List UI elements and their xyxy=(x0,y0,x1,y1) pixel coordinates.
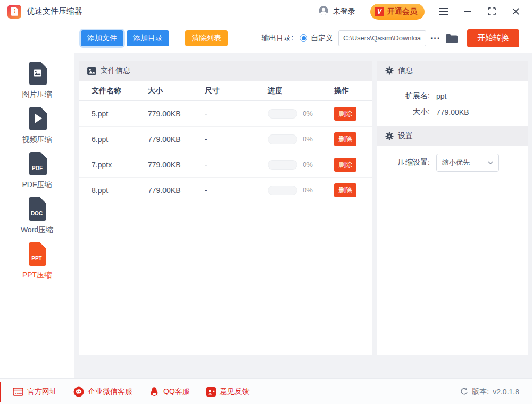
compress-setting-select[interactable]: 缩小优先 xyxy=(436,154,499,172)
settings-body: 压缩设置: 缩小优先 xyxy=(377,146,528,171)
vip-button-label: 开通会员 xyxy=(387,7,417,16)
chevron-down-icon xyxy=(488,161,493,164)
custom-radio-label: 自定义 xyxy=(311,33,333,43)
sidebar-item-image-compress[interactable]: 图片压缩 xyxy=(22,61,52,99)
progress-bar xyxy=(268,109,297,119)
file-dimension: - xyxy=(205,161,268,169)
website-icon: .com xyxy=(13,388,23,396)
col-action: 操作 xyxy=(334,86,364,96)
delete-button[interactable]: 删除 xyxy=(334,158,356,172)
delete-button[interactable]: 删除 xyxy=(334,183,356,197)
side-panel: 信息 扩展名: ppt 大小: 779.00KB 设置 xyxy=(377,61,528,355)
marquee-edge xyxy=(0,382,1,402)
progress-bar xyxy=(268,186,297,195)
feedback-icon xyxy=(206,387,216,397)
menu-button[interactable] xyxy=(439,7,448,16)
sidebar-item-label: 图片压缩 xyxy=(22,90,52,99)
file-size: 779.00KB xyxy=(148,186,205,195)
gear-icon xyxy=(385,66,394,75)
sidebar-item-word-compress[interactable]: DOC Word压缩 xyxy=(21,196,53,235)
file-size: 779.00KB xyxy=(148,135,205,144)
output-path-input[interactable] xyxy=(338,30,426,46)
file-name: 7.pptx xyxy=(92,161,148,169)
col-size: 大小 xyxy=(148,86,205,96)
minimize-button[interactable] xyxy=(463,7,472,16)
file-size: 779.00KB xyxy=(148,161,205,169)
content-area: 文件信息 文件名称 大小 尺寸 进度 操作 5.ppt 779.00KB - 0… xyxy=(74,53,532,378)
sidebar-item-pdf-compress[interactable]: PDF PDF压缩 xyxy=(22,151,52,190)
ext-value: ppt xyxy=(436,92,446,100)
image-file-icon xyxy=(27,61,48,86)
table-header: 文件名称 大小 尺寸 进度 操作 xyxy=(79,81,372,101)
clear-list-button[interactable]: 清除列表 xyxy=(185,30,228,46)
ext-label: 扩展名: xyxy=(377,91,430,101)
table-row: 8.ppt 779.00KB - 0% 删除 xyxy=(79,178,372,203)
info-header: 信息 xyxy=(377,61,528,81)
file-name: 8.ppt xyxy=(92,186,148,195)
qq-support-link[interactable]: QQ客服 xyxy=(149,386,190,397)
login-area[interactable]: 未登录 xyxy=(318,5,355,18)
sidebar-item-label: 视频压缩 xyxy=(22,135,52,145)
table-row: 7.pptx 779.00KB - 0% 删除 xyxy=(79,152,372,178)
feedback-link[interactable]: 意见反馈 xyxy=(206,387,250,397)
sidebar: 图片压缩 视频压缩 PDF PDF压缩 DOC Word压缩 PPT PPT压缩 xyxy=(0,23,74,378)
footer-link-label: 官方网址 xyxy=(27,387,57,397)
progress-percent: 0% xyxy=(303,186,313,194)
svg-text:.com: .com xyxy=(14,391,22,394)
vip-icon: V xyxy=(375,7,384,16)
gear-icon xyxy=(385,132,394,140)
size-value: 779.00KB xyxy=(436,108,469,116)
footer-bar: .com 官方网址 企业微信客服 QQ客服 意见反馈 版本: v2.0.1.8 xyxy=(0,378,532,404)
table-row: 5.ppt 779.00KB - 0% 删除 xyxy=(79,101,372,127)
open-vip-button[interactable]: V 开通会员 xyxy=(370,4,425,20)
add-file-button[interactable]: 添加文件 xyxy=(81,30,123,46)
svg-text:PPT: PPT xyxy=(32,256,42,262)
start-convert-button[interactable]: 开始转换 xyxy=(467,29,519,47)
col-dimension: 尺寸 xyxy=(205,86,268,96)
sidebar-item-ppt-compress[interactable]: PPT PPT压缩 xyxy=(22,241,52,280)
file-info-header: 文件信息 xyxy=(79,61,372,81)
file-name: 6.ppt xyxy=(92,135,148,144)
ppt-file-icon: PPT xyxy=(26,241,47,267)
official-website-link[interactable]: .com 官方网址 xyxy=(13,387,57,397)
progress-bar xyxy=(268,160,297,170)
browse-more-button[interactable]: ··· xyxy=(430,33,440,43)
file-info-title: 文件信息 xyxy=(101,66,130,75)
progress-percent: 0% xyxy=(303,135,313,143)
folder-icon xyxy=(446,33,458,43)
sidebar-item-label: PPT压缩 xyxy=(22,271,52,280)
file-dimension: - xyxy=(205,110,268,118)
maximize-button[interactable] xyxy=(487,7,496,16)
wechat-support-link[interactable]: 企业微信客服 xyxy=(73,386,132,397)
toolbar: 添加文件 添加目录 清除列表 输出目录: 自定义 ··· 开始转换 xyxy=(74,23,532,53)
progress-percent: 0% xyxy=(303,161,313,169)
delete-button[interactable]: 删除 xyxy=(334,132,356,146)
close-button[interactable] xyxy=(511,7,520,16)
add-folder-button[interactable]: 添加目录 xyxy=(127,30,169,46)
delete-button[interactable]: 删除 xyxy=(334,107,356,121)
settings-header: 设置 xyxy=(377,126,528,146)
file-dimension: - xyxy=(205,186,268,195)
table-row: 6.ppt 779.00KB - 0% 删除 xyxy=(79,127,372,152)
file-name: 5.ppt xyxy=(92,110,148,118)
refresh-icon xyxy=(460,388,468,395)
video-file-icon xyxy=(27,106,48,131)
compress-setting-value: 缩小优先 xyxy=(442,158,470,167)
col-progress: 进度 xyxy=(268,86,334,96)
svg-text:PDF: PDF xyxy=(32,165,43,171)
info-body: 扩展名: ppt 大小: 779.00KB xyxy=(377,81,528,126)
info-title: 信息 xyxy=(398,66,413,75)
version-value: v2.0.1.8 xyxy=(493,388,519,396)
custom-radio[interactable] xyxy=(300,34,307,42)
version-label: 版本: xyxy=(472,387,489,397)
sidebar-item-video-compress[interactable]: 视频压缩 xyxy=(22,106,52,145)
size-label: 大小: xyxy=(377,107,430,117)
user-icon xyxy=(318,5,329,18)
output-dir-label: 输出目录: xyxy=(261,33,293,43)
open-folder-button[interactable] xyxy=(446,33,458,43)
doc-file-icon: DOC xyxy=(26,196,47,222)
footer-link-label: QQ客服 xyxy=(163,387,190,397)
image-icon xyxy=(87,67,96,75)
version-area: 版本: v2.0.1.8 xyxy=(460,387,519,397)
pdf-file-icon: PDF xyxy=(27,151,48,176)
